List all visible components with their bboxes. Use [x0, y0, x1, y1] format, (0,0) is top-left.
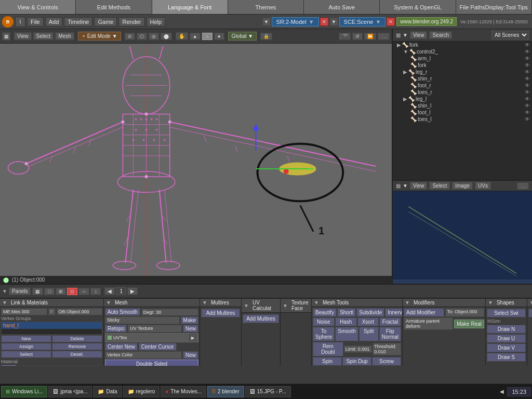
screw-btn[interactable]: Screw	[372, 357, 401, 366]
scene-selector[interactable]: SCE:Scene ▼	[339, 17, 386, 26]
select-menu-btn[interactable]: Select	[33, 32, 54, 40]
hash-btn[interactable]: Hash	[335, 317, 357, 326]
split-btn[interactable]: Split	[359, 327, 379, 341]
global-selector[interactable]: Global ▼	[228, 32, 257, 41]
outliner-search-btn[interactable]: Search	[429, 31, 452, 39]
start-button[interactable]: ⊞ Windows Li...	[1, 386, 47, 397]
fractal-btn[interactable]: Fractal	[379, 317, 401, 326]
uv-headphone-btn[interactable]: 🎧	[517, 182, 529, 190]
panel-icon-4[interactable]: ⊡	[67, 288, 77, 295]
tab-edit-methods[interactable]: Edit Methods	[76, 0, 152, 14]
scene-selector-dropdown[interactable]: All Scenes	[491, 31, 529, 39]
uvtex-expand[interactable]: ▶	[189, 334, 196, 341]
add-multires-btn2[interactable]: Add Multires	[243, 314, 279, 323]
lock-btn[interactable]: 🔒	[260, 33, 272, 40]
taskbar-data[interactable]: 📁 Data	[93, 386, 122, 397]
retopo-btn[interactable]: Retopo	[105, 325, 127, 332]
outliner-item[interactable]: 🦴 fork 👁	[393, 62, 532, 69]
outliner-item[interactable]: 🦴 foot_l 👁	[393, 109, 532, 116]
to-sphere-btn[interactable]: To Sphere	[313, 327, 335, 341]
auto-smooth-btn[interactable]: Auto Smooth	[105, 308, 140, 316]
taskbar-jpma[interactable]: 🖼 jpma <jpa...	[48, 386, 92, 397]
render-menu[interactable]: Render	[118, 17, 144, 26]
tab-language-font[interactable]: Language & Font	[152, 0, 228, 14]
uv-view-btn[interactable]: View	[410, 182, 428, 190]
degr-field[interactable]: Degr: 30	[141, 309, 198, 316]
panel-icon-3[interactable]: ⊞	[56, 288, 66, 295]
outliner-item[interactable]: 🦴 shin_l 👁	[393, 102, 532, 109]
panel-icon-5[interactable]: ↔	[78, 288, 89, 295]
frame-prev[interactable]: ◀	[104, 287, 115, 295]
vg-delete-btn[interactable]: Delete	[52, 335, 102, 342]
add-multires-btn[interactable]: Add Multires	[201, 309, 240, 317]
3d-viewport[interactable]: 1	[0, 44, 392, 284]
help-menu[interactable]: Help	[147, 17, 166, 26]
taskbar-blender[interactable]: B 2 blender	[207, 386, 244, 397]
tri-tool[interactable]: ▲	[190, 33, 201, 40]
spin-dup-btn[interactable]: Spin Dup	[342, 357, 371, 366]
panel-icon-6[interactable]: ↕	[90, 288, 101, 295]
smooth-mt-btn[interactable]: Smooth	[335, 327, 358, 341]
panels-label-btn[interactable]: Panels	[9, 287, 31, 295]
beautify-btn[interactable]: Beautify	[313, 308, 337, 317]
vg-remove-btn[interactable]: Remove	[52, 343, 102, 350]
timeline-menu[interactable]: Timeline	[64, 17, 92, 26]
mesh-menu-btn[interactable]: Mesh	[55, 32, 74, 40]
armature-deform-btn[interactable]: Armature parent deform	[404, 317, 453, 330]
vertex-groups-list[interactable]: hand_l	[1, 322, 102, 335]
vg-select-btn[interactable]: Select	[1, 351, 51, 358]
vg-assign-btn[interactable]: Assign	[1, 343, 51, 350]
add-modifier-btn[interactable]: Add Modifier	[404, 308, 444, 317]
innerverf-btn[interactable]: Innerverf	[385, 308, 403, 317]
outliner-item[interactable]: ▶ 🦴 fork 👁	[393, 42, 532, 48]
mode-selector[interactable]: SR:2-Model ▼	[272, 17, 319, 26]
outliner-view-btn[interactable]: View	[410, 31, 428, 39]
draw-v-btn[interactable]: Draw V	[487, 343, 526, 352]
circle-tool[interactable]: ○	[202, 33, 212, 40]
scene-close[interactable]: ✕	[387, 18, 395, 26]
panel-icon-2[interactable]: □	[44, 288, 55, 295]
uv-uvs-btn[interactable]: UVs	[475, 182, 491, 190]
threshold-field[interactable]: Threshold: 0.010	[373, 343, 401, 355]
tab-file-paths[interactable]: File PathsDisplay:Tool Tips	[456, 0, 532, 14]
rem-doubl-btn[interactable]: Rem Doubl	[313, 342, 343, 356]
tab-view-controls[interactable]: View & Controls	[0, 0, 76, 14]
new-vc-btn[interactable]: New	[183, 351, 198, 359]
taskbar-jpg[interactable]: 🖼 15.JPG - P...	[245, 386, 291, 397]
outliner-item[interactable]: ▼ 🦴 control2_ 👁	[393, 48, 532, 55]
mode-dropdown-arrow[interactable]: ▼	[262, 18, 271, 26]
limit-field[interactable]: Limit: 0.001	[344, 345, 373, 353]
outliner-item[interactable]: 🦴 shin_r 👁	[393, 75, 532, 82]
double-sided-btn[interactable]: Double Sided	[105, 360, 198, 366]
anim-btn[interactable]: ⏩	[364, 33, 376, 40]
view-menu-btn[interactable]: View	[14, 32, 32, 40]
hand-tool[interactable]: ✋	[176, 32, 188, 40]
make-real-btn[interactable]: Make Real	[454, 320, 484, 328]
draw-s-btn[interactable]: Draw S	[487, 353, 526, 362]
outliner-item[interactable]: 🦴 toes_r 👁	[393, 89, 532, 96]
new-uv-btn[interactable]: New	[183, 325, 198, 332]
outliner-item[interactable]: ▶ 🦴 leg_l 👁	[393, 96, 532, 102]
shortl-btn[interactable]: Shortl	[337, 308, 356, 317]
draw-u-btn[interactable]: Draw U	[487, 334, 526, 343]
headphone-btn[interactable]: 🎧	[378, 33, 390, 40]
taskbar-movies[interactable]: ● The Movies...	[161, 386, 206, 397]
file-menu[interactable]: File	[27, 17, 44, 26]
vg-desel-btn[interactable]: Desel.	[52, 351, 102, 358]
add-menu[interactable]: Add	[45, 17, 63, 26]
select-swi-2-btn[interactable]: Select Swi	[528, 309, 532, 317]
scene-dropdown-arrow[interactable]: ▼	[330, 18, 338, 26]
noise-btn[interactable]: Noise	[313, 317, 335, 326]
xsort-btn[interactable]: Xsort	[357, 317, 379, 326]
sync-btn[interactable]: ↺	[352, 33, 363, 40]
tab-auto-save[interactable]: Auto Save	[304, 0, 380, 14]
prop-edit[interactable]: ◎	[149, 33, 159, 40]
sphere-tool[interactable]: ●	[214, 33, 224, 40]
game-menu[interactable]: Game	[94, 17, 117, 26]
outliner-item[interactable]: 🦴 arm_l 👁	[393, 55, 532, 62]
tab-themes[interactable]: Themes	[228, 0, 304, 14]
center-cursor-btn[interactable]: Center Cursor	[139, 343, 177, 351]
draw-n-btn[interactable]: Draw N	[487, 325, 526, 334]
pivot-btn-1[interactable]: ⊙	[125, 33, 135, 40]
frame-next[interactable]: ▶	[127, 287, 138, 295]
